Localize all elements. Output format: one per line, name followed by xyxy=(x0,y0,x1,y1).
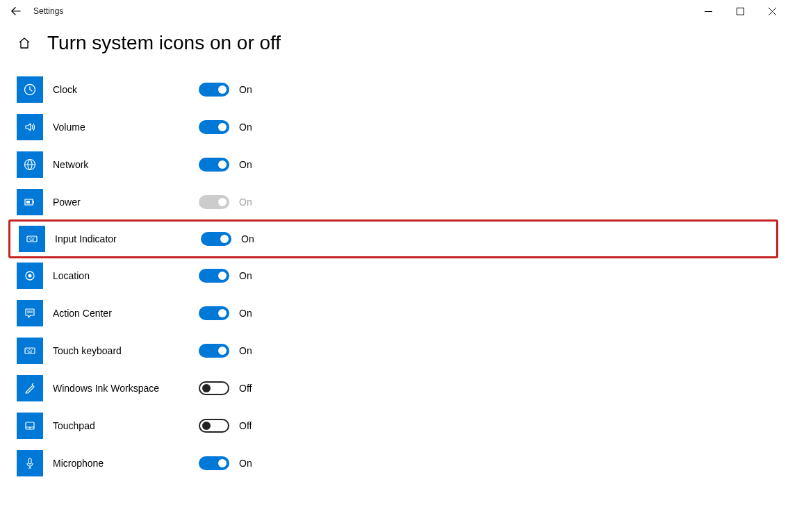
label-volume: Volume xyxy=(53,122,85,133)
toggle-touchpad[interactable] xyxy=(199,419,229,433)
clock-icon xyxy=(17,76,43,103)
home-button[interactable] xyxy=(17,35,32,51)
row-microphone: Microphone On xyxy=(17,444,771,482)
ink-icon xyxy=(17,375,43,401)
label-touch-keyboard: Touch keyboard xyxy=(53,345,122,356)
toggle-input-indicator[interactable] xyxy=(201,232,231,246)
toggle-network[interactable] xyxy=(199,158,229,172)
keyboard-icon xyxy=(19,226,45,252)
titlebar: Settings xyxy=(0,0,788,22)
row-location: Location On xyxy=(17,257,771,294)
label-touchpad: Touchpad xyxy=(53,420,95,431)
row-clock: Clock On xyxy=(17,71,771,108)
row-power: Power On xyxy=(17,183,771,221)
state-touchpad: Off xyxy=(239,420,252,431)
volume-icon xyxy=(17,114,43,140)
page-header: Turn system icons on or off xyxy=(0,22,788,71)
maximize-icon xyxy=(737,8,744,15)
label-clock: Clock xyxy=(53,84,77,95)
toggle-microphone[interactable] xyxy=(199,456,229,470)
touchpad-icon xyxy=(17,413,43,439)
state-input-indicator: On xyxy=(241,233,254,244)
system-icons-list: Clock On Volume On Network xyxy=(0,71,788,482)
label-microphone: Microphone xyxy=(53,458,104,469)
row-touch-keyboard: Touch keyboard On xyxy=(17,332,771,369)
toggle-touch-keyboard[interactable] xyxy=(199,344,229,358)
state-volume: On xyxy=(239,122,252,133)
state-location: On xyxy=(239,270,252,281)
row-network: Network On xyxy=(17,146,771,183)
state-network: On xyxy=(239,159,252,170)
back-button[interactable] xyxy=(0,0,32,22)
label-location: Location xyxy=(53,270,90,281)
touch-keyboard-icon xyxy=(17,338,43,364)
page-title: Turn system icons on or off xyxy=(47,32,281,54)
row-action-center: Action Center On xyxy=(17,294,771,332)
minimize-icon xyxy=(705,8,712,15)
row-touchpad: Touchpad Off xyxy=(17,407,771,444)
action-center-icon xyxy=(17,300,43,326)
label-input-indicator: Input Indicator xyxy=(55,233,117,244)
toggle-action-center[interactable] xyxy=(199,306,229,320)
home-icon xyxy=(17,36,31,50)
toggle-clock[interactable] xyxy=(199,83,229,97)
toggle-ink-workspace[interactable] xyxy=(199,381,229,395)
back-arrow-icon xyxy=(11,6,21,16)
label-action-center: Action Center xyxy=(53,308,112,319)
state-power: On xyxy=(239,197,252,208)
window-title: Settings xyxy=(33,6,63,16)
svg-rect-11 xyxy=(28,458,31,464)
label-ink-workspace: Windows Ink Workspace xyxy=(53,383,159,394)
svg-rect-0 xyxy=(737,8,744,15)
minimize-button[interactable] xyxy=(692,0,724,22)
state-microphone: On xyxy=(239,458,252,469)
maximize-button[interactable] xyxy=(724,0,756,22)
label-power: Power xyxy=(53,197,81,208)
toggle-volume[interactable] xyxy=(199,120,229,134)
row-input-indicator: Input Indicator On xyxy=(8,219,778,258)
state-action-center: On xyxy=(239,308,252,319)
toggle-power xyxy=(199,195,229,209)
state-clock: On xyxy=(239,84,252,95)
state-ink-workspace: Off xyxy=(239,383,252,394)
row-ink-workspace: Windows Ink Workspace Off xyxy=(17,369,771,407)
svg-rect-4 xyxy=(33,201,34,203)
close-icon xyxy=(769,8,776,15)
label-network: Network xyxy=(53,159,88,170)
state-touch-keyboard: On xyxy=(239,345,252,356)
row-volume: Volume On xyxy=(17,108,771,146)
network-icon xyxy=(17,151,43,178)
location-icon xyxy=(17,263,43,289)
svg-point-8 xyxy=(28,274,32,278)
toggle-location[interactable] xyxy=(199,269,229,283)
microphone-icon xyxy=(17,450,43,476)
svg-rect-5 xyxy=(26,201,30,203)
close-button[interactable] xyxy=(756,0,788,22)
power-icon xyxy=(17,189,43,215)
